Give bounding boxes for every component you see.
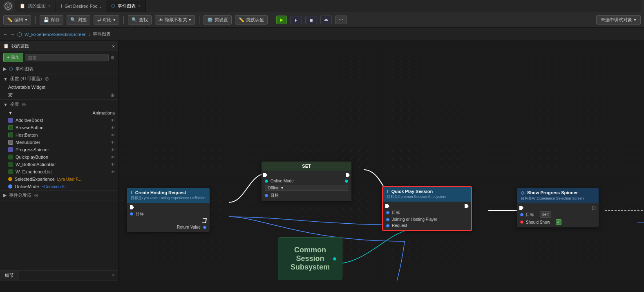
- nav-forward-icon[interactable]: →: [10, 32, 15, 37]
- eye-icon-5[interactable]: 👁: [111, 155, 115, 159]
- breadcrumb-bar: ← → ⬡ W_ExperienceSelectionScreen › 事件图表: [0, 28, 644, 41]
- event-graph-label: 事件图表: [16, 66, 34, 72]
- eye-icon-7[interactable]: 👁: [111, 170, 115, 174]
- set-target-pin: 目标: [262, 192, 351, 199]
- sp-target-pin: 目标 self: [517, 211, 599, 218]
- save-icon: 💾: [43, 17, 49, 22]
- diff-chevron: ▾: [113, 17, 116, 22]
- set-exec-in: [263, 173, 267, 177]
- tab-close-3[interactable]: ×: [138, 4, 141, 8]
- top-menu-bar: U 📋 我的蓝图 × f Get Desired Foc... ⬡ 事件图表 ×: [0, 0, 644, 12]
- event-graph-section: ▶ ⬡ 事件图表: [0, 64, 118, 74]
- add-function-icon[interactable]: ⊕: [45, 76, 49, 82]
- browse-button[interactable]: 🔍 浏览: [67, 15, 90, 25]
- eye-icon-4[interactable]: 👁: [111, 148, 115, 152]
- var-icon-progress: [8, 147, 13, 152]
- add-button[interactable]: + 添加: [3, 53, 23, 62]
- detail-section: 细节 ×: [0, 270, 118, 281]
- tab-event-graph[interactable]: ⬡ 事件图表 ×: [106, 0, 146, 12]
- var-experiencelist[interactable]: W_ExperienceList 👁: [0, 168, 118, 175]
- find-button[interactable]: 🔍 查找: [128, 15, 152, 25]
- sp-exec-in: [519, 206, 523, 210]
- event-graph-item[interactable]: ▶ ⬡ 事件图表: [0, 64, 118, 74]
- set-label-pin: Online Mode: [262, 178, 351, 184]
- diff-button[interactable]: ⇄ 对比 ▾: [94, 15, 119, 25]
- edit-button[interactable]: ✏️ 编辑 ▾: [3, 15, 31, 25]
- animations-group[interactable]: ▼ Animations: [0, 109, 118, 117]
- show-progress-node: ◇ Show Progress Spinner 目标是W Experience …: [517, 188, 599, 227]
- add-variable-icon[interactable]: ⊕: [22, 101, 26, 108]
- eject-button[interactable]: ⏏: [320, 16, 332, 24]
- stop-icon: ⏹: [309, 18, 313, 22]
- nav-back-icon[interactable]: ←: [3, 32, 8, 37]
- var-menuborder[interactable]: MenuBorder 👁: [0, 139, 118, 146]
- var-selectedexperience[interactable]: SelectedExperience Lyra User F...: [0, 175, 118, 183]
- eye-icon-3[interactable]: 👁: [111, 140, 115, 145]
- func-prefix-qp: f: [387, 189, 389, 194]
- detail-close-icon[interactable]: ×: [109, 271, 118, 280]
- qp-exec-in: [385, 204, 389, 208]
- search-input[interactable]: [25, 54, 109, 61]
- play-button[interactable]: ▶: [276, 16, 287, 24]
- var-browsebutton[interactable]: BrowseButton 👁: [0, 124, 118, 131]
- online-mode-out-dot: [345, 180, 348, 183]
- tab-close-1[interactable]: ×: [48, 4, 51, 8]
- create-hosting-node: f Create Hosting Request 目标是Lyra User Fa…: [127, 188, 210, 232]
- create-hosting-header: f Create Hosting Request 目标是Lyra User Fa…: [127, 188, 210, 203]
- var-icon-selected: [8, 177, 12, 181]
- eject-icon: ⏏: [324, 17, 328, 22]
- class-defaults-button[interactable]: ✏️ 类默认值: [235, 15, 268, 25]
- var-bottomactionbar[interactable]: W_BottomActionBar 👁: [0, 161, 118, 168]
- set-header: SET: [262, 162, 351, 171]
- find-icon: 🔍: [132, 17, 137, 22]
- sep-4: [272, 16, 272, 24]
- offline-dropdown[interactable]: Offline ▾: [265, 185, 348, 191]
- var-icon-additiveboost: [8, 118, 13, 123]
- eye-icon-2[interactable]: 👁: [111, 133, 115, 137]
- graph-section-icon: ⬡: [9, 66, 13, 72]
- var-progressspinner[interactable]: ProgressSpinner 👁: [0, 146, 118, 153]
- sp-shouldshow-dot: [520, 220, 523, 224]
- var-onlinemode[interactable]: OnlineMode ECommon S...: [0, 183, 118, 190]
- pause-button[interactable]: ⏵: [290, 16, 302, 24]
- detail-tab[interactable]: 细节: [0, 271, 19, 280]
- chevron-icon: ▾: [25, 17, 27, 22]
- var-quickplaybutton[interactable]: QuickplayButton 👁: [0, 153, 118, 161]
- save-button[interactable]: 💾 保存: [40, 15, 63, 25]
- variables-header[interactable]: ▼ 变量 ⊕: [0, 100, 118, 109]
- pin-return-out: Return Value: [127, 224, 210, 230]
- eye-icon-1[interactable]: 👁: [111, 126, 115, 130]
- quick-play-body: 目标 Joining or Hosting Player Request: [383, 202, 471, 230]
- functions-header[interactable]: ▼ 函数 (41可覆盖) ⊕: [0, 74, 118, 83]
- macro-item[interactable]: 宏 ⊕: [0, 91, 118, 99]
- event-dispatchers-header[interactable]: ▶ 事件分发器 ⊕: [0, 191, 118, 200]
- tab-my-blueprint[interactable]: 📋 我的蓝图 ×: [15, 0, 56, 12]
- var-hostbutton[interactable]: HostButton 👁: [0, 131, 118, 139]
- shouldshow-checkbox[interactable]: ✓: [556, 219, 561, 225]
- tab-get-desired[interactable]: f Get Desired Foc...: [56, 0, 106, 12]
- add-dispatcher-icon[interactable]: ⊕: [34, 192, 38, 198]
- var-icon-bottom: [8, 162, 13, 167]
- more-icon: ⋯: [339, 17, 343, 22]
- settings-gear-icon[interactable]: ⚙: [110, 55, 115, 61]
- sep-1: [35, 16, 36, 24]
- class-settings-button[interactable]: ⚙️ 类设置: [203, 15, 232, 25]
- close-blueprint-icon[interactable]: ×: [112, 44, 115, 49]
- settings-icon: ⚙️: [207, 17, 213, 22]
- set-body: Online Mode Offline ▾ 目标: [262, 171, 351, 201]
- debug-target-button[interactable]: 未选中调试对象 ▾: [596, 15, 641, 25]
- eye-icon-6[interactable]: 👁: [111, 162, 115, 167]
- eye-icon-0[interactable]: 👁: [111, 118, 115, 123]
- breadcrumb-graph: 事件图表: [93, 31, 111, 37]
- blueprint-canvas[interactable]: f Create Hosting Request 目标是Lyra User Fa…: [119, 41, 644, 281]
- qp-joining-dot: [386, 218, 389, 221]
- diff-icon: ⇄: [97, 17, 101, 22]
- add-macro-icon[interactable]: ⊕: [110, 92, 115, 98]
- activatable-widget-item[interactable]: Activatable Widget: [0, 83, 118, 91]
- var-additiveboost[interactable]: AdditiveBoost 👁: [0, 117, 118, 124]
- more-play-button[interactable]: ⋯: [335, 16, 347, 24]
- hide-unrelated-button[interactable]: 👁 隐藏不相关 ▾: [155, 15, 195, 25]
- breadcrumb-widget[interactable]: W_ExperienceSelectionScreen: [25, 32, 87, 37]
- func-prefix: f: [131, 190, 132, 195]
- stop-button[interactable]: ⏹: [305, 16, 317, 24]
